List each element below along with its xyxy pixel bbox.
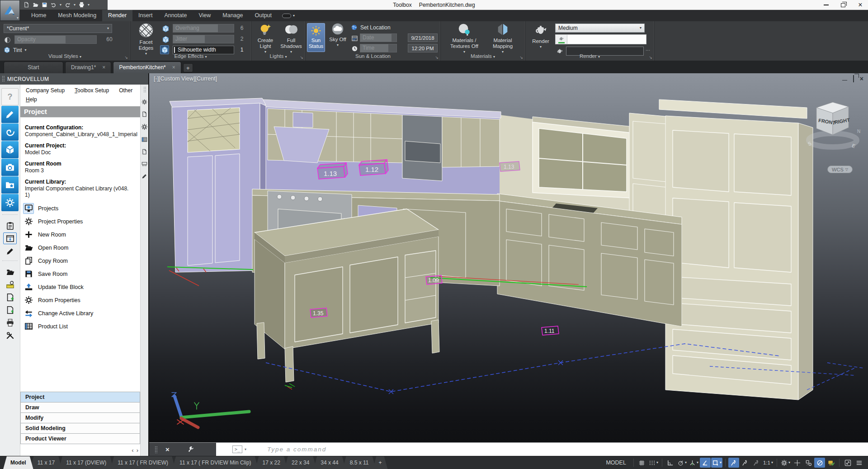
file-tab-start[interactable]: Start bbox=[4, 62, 63, 73]
visual-styles-launcher-icon[interactable]: ↘ bbox=[124, 55, 128, 60]
material-mapping-button[interactable]: Material Mapping▾ bbox=[487, 23, 519, 54]
product-list-button[interactable]: Product List bbox=[23, 320, 140, 333]
wcs-dropdown[interactable]: WCS▽ bbox=[827, 166, 853, 173]
spiral-tool-button[interactable] bbox=[1, 123, 19, 141]
window-tool-button[interactable] bbox=[3, 232, 17, 244]
annotation-visibility-toggle[interactable] bbox=[728, 458, 739, 468]
viewport-close-icon[interactable]: × bbox=[860, 75, 863, 82]
object-snap-toggle[interactable]: ▾ bbox=[711, 458, 722, 468]
change-active-library-button[interactable]: Change Active Library bbox=[23, 307, 140, 320]
projects-button[interactable]: Projects bbox=[23, 202, 140, 215]
drawing-viewport[interactable]: [-][Custom View][Current] × bbox=[149, 73, 868, 456]
close-tab-icon[interactable]: × bbox=[102, 62, 105, 73]
layout-tab-model[interactable]: Model bbox=[3, 456, 33, 469]
panel-title-lights[interactable]: Lights ▾ bbox=[251, 53, 305, 61]
menu-other[interactable]: Other bbox=[119, 87, 132, 94]
mini-width-icon[interactable] bbox=[142, 161, 147, 167]
palette-title-bar[interactable]: MICROVELLUM bbox=[0, 73, 148, 85]
accordion-product-viewer[interactable]: Product Viewer bbox=[20, 434, 140, 444]
copy-room-button[interactable]: Copy Room bbox=[23, 254, 140, 267]
snap-toggle[interactable]: ▾ bbox=[648, 458, 659, 468]
window-minimize-button[interactable] bbox=[823, 2, 829, 8]
tab-manage[interactable]: Manage bbox=[217, 10, 249, 21]
tab-mesh-modeling[interactable]: Mesh Modeling bbox=[52, 10, 102, 21]
full-shadows-button[interactable]: Full Shadows▾ bbox=[278, 23, 304, 54]
camera-tool-button[interactable] bbox=[1, 159, 19, 176]
mini-document2-icon[interactable] bbox=[142, 149, 147, 155]
tab-output[interactable]: Output bbox=[249, 10, 278, 21]
time-value-field[interactable]: 12:20 PM bbox=[408, 44, 438, 52]
tab-insert[interactable]: Insert bbox=[132, 10, 158, 21]
mini-pencil-icon[interactable] bbox=[142, 173, 147, 179]
date-value-field[interactable]: 9/21/2018 bbox=[408, 33, 438, 42]
menu-company-setup[interactable]: Company Setup bbox=[26, 87, 65, 94]
command-input[interactable]: >_ ▾ Type a command bbox=[216, 443, 868, 456]
room-properties-button[interactable]: Room Properties bbox=[23, 294, 140, 307]
customization-gear-button[interactable]: ▾ bbox=[780, 458, 791, 468]
viewport-restore-icon[interactable] bbox=[853, 76, 854, 82]
viewport-minimize-icon[interactable] bbox=[842, 76, 847, 82]
print-icon[interactable] bbox=[79, 2, 85, 8]
measure-tool-button[interactable] bbox=[3, 279, 17, 290]
clean-screen-button[interactable] bbox=[842, 458, 853, 468]
annotation-autoscale-toggle[interactable] bbox=[740, 458, 750, 468]
command-prompt-icon[interactable]: >_ bbox=[232, 445, 242, 453]
overhang-slider[interactable]: Overhang bbox=[173, 24, 234, 33]
sky-off-button[interactable]: Sky Off▾ bbox=[327, 23, 348, 47]
file-tab-pembertonkitchen[interactable]: PembertonKitchen*× bbox=[113, 62, 181, 73]
scroll-right-button[interactable]: › bbox=[137, 447, 138, 454]
render-quality-dropdown[interactable]: Medium▾ bbox=[555, 24, 645, 33]
tools-button[interactable] bbox=[3, 329, 17, 341]
save-icon[interactable] bbox=[42, 2, 47, 8]
layout-tab-22x34[interactable]: 22 x 34 bbox=[284, 456, 316, 469]
isometric-drafting-toggle[interactable]: ▾ bbox=[688, 458, 699, 468]
jitter-icon[interactable] bbox=[161, 35, 170, 44]
layout-tab-8-5x11[interactable]: 8.5 x 11 bbox=[343, 456, 376, 469]
status-menu-button[interactable] bbox=[854, 458, 864, 468]
grid-toggle[interactable] bbox=[637, 458, 647, 468]
help-button[interactable]: ? bbox=[1, 88, 19, 105]
tint-button[interactable]: Tint▾ bbox=[4, 47, 27, 53]
undo-caret-icon[interactable]: ▾ bbox=[60, 3, 61, 7]
project-properties-button[interactable]: Project Properties bbox=[23, 215, 140, 228]
accordion-project[interactable]: Project bbox=[20, 392, 140, 403]
materials-launcher-icon[interactable]: ↘ bbox=[519, 55, 523, 60]
set-location-button[interactable]: Set Location bbox=[351, 24, 391, 31]
overhang-icon[interactable] bbox=[161, 24, 170, 33]
panel-title-sun-location[interactable]: Sun & Location bbox=[306, 53, 440, 61]
accordion-modify[interactable]: Modify bbox=[20, 413, 140, 423]
crosshair-button[interactable] bbox=[792, 458, 802, 468]
tab-home[interactable]: Home bbox=[25, 10, 52, 21]
compass-north-label[interactable]: N bbox=[857, 129, 860, 134]
save-room-button[interactable]: Save Room bbox=[23, 267, 140, 280]
tab-view[interactable]: View bbox=[193, 10, 217, 21]
layout-tab-11x17-dview[interactable]: 11 x 17 (DVIEW) bbox=[59, 456, 113, 469]
materials-textures-off-button[interactable]: Materials / Textures Off▾ bbox=[447, 23, 481, 54]
annotation-scale-icon-button[interactable] bbox=[751, 458, 762, 468]
window-close-button[interactable]: × bbox=[857, 2, 863, 8]
solid-tool-button[interactable] bbox=[1, 141, 19, 158]
add-document-button[interactable] bbox=[3, 291, 17, 303]
accordion-solid-modeling[interactable]: Solid Modeling bbox=[20, 423, 140, 434]
update-title-block-button[interactable]: Update Title Block bbox=[23, 280, 140, 294]
opacity-toggle-icon[interactable] bbox=[3, 35, 12, 44]
view-cube[interactable]: S E N FRONT RIGHT bbox=[803, 95, 863, 163]
layout-tab-34x44[interactable]: 34 x 44 bbox=[313, 456, 345, 469]
object-snap-tracking-toggle[interactable] bbox=[700, 458, 711, 468]
panel-title-materials[interactable]: Materials ▾ bbox=[441, 53, 525, 61]
lights-launcher-icon[interactable]: ↘ bbox=[300, 55, 303, 60]
ucs-axis-icon[interactable] bbox=[172, 393, 249, 427]
command-recent-caret-icon[interactable]: ▾ bbox=[245, 447, 246, 451]
render-button[interactable]: Render▾ bbox=[529, 23, 552, 49]
menu-help[interactable]: Help bbox=[26, 96, 37, 103]
performance-button[interactable] bbox=[826, 458, 836, 468]
render-presets-button[interactable] bbox=[1, 176, 19, 194]
date-slider[interactable]: Date bbox=[360, 33, 397, 42]
render-browse-button[interactable]: ... bbox=[646, 46, 650, 52]
redo-caret-icon[interactable]: ▾ bbox=[74, 3, 75, 7]
tab-annotate[interactable]: Annotate bbox=[158, 10, 193, 21]
mini-document-icon[interactable] bbox=[142, 111, 147, 117]
scroll-left-button[interactable]: ‹ bbox=[132, 447, 133, 454]
hardware-acceleration-toggle[interactable] bbox=[814, 458, 825, 468]
ribbon-display-toggle[interactable]: ▾ bbox=[282, 10, 295, 21]
